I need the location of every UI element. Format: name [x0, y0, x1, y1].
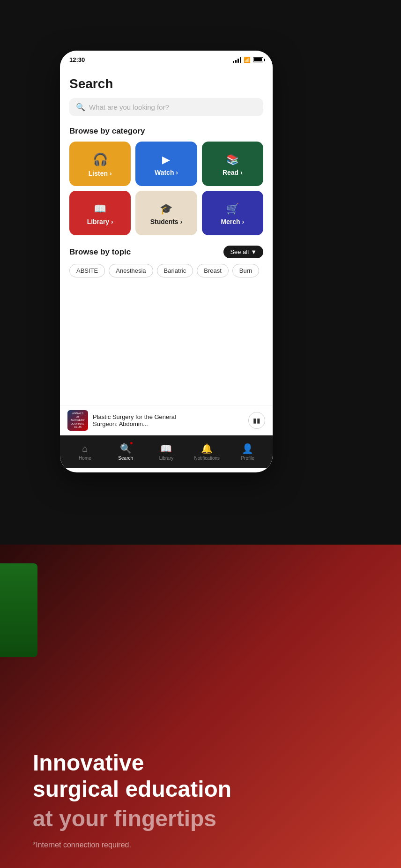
chip-absite[interactable]: ABSITE: [69, 264, 105, 277]
nav-label-library: Library: [159, 456, 174, 461]
nav-label-home: Home: [79, 456, 91, 461]
chip-anesthesia[interactable]: Anesthesia: [109, 264, 153, 277]
nav-item-notifications[interactable]: 🔔 Notifications: [193, 443, 221, 461]
nav-item-home[interactable]: ⌂ Home: [71, 443, 99, 461]
library-icon: 📖: [94, 203, 106, 215]
category-card-watch[interactable]: ▶ Watch ›: [135, 142, 197, 186]
read-label: Read ›: [223, 169, 243, 176]
page-title: Search: [69, 76, 263, 91]
library-label: Library ›: [87, 218, 113, 225]
np-left: ANNALSOFSURGERYJOURNALCLUB Plastic Surge…: [67, 410, 186, 431]
chip-breast[interactable]: Breast: [197, 264, 229, 277]
chip-bariatric[interactable]: Bariatric: [157, 264, 193, 277]
marketing-footnote: *Internet connection required.: [33, 841, 368, 849]
category-card-listen[interactable]: 🎧 Listen ›: [69, 142, 131, 186]
merch-icon: 🛒: [226, 203, 239, 215]
search-active-dot: [130, 442, 133, 444]
np-pause-button[interactable]: ▮▮: [248, 412, 265, 429]
profile-icon: 👤: [242, 443, 253, 454]
browse-topic-section: Browse by topic See all ▼ ABSITE Anesthe…: [69, 246, 263, 277]
students-icon: 🎓: [160, 203, 172, 215]
nav-label-search: Search: [118, 456, 133, 461]
nav-item-search[interactable]: 🔍 Search: [111, 443, 140, 461]
signal-icon: [233, 57, 241, 63]
watch-icon: ▶: [162, 154, 170, 166]
search-icon: 🔍: [76, 103, 85, 112]
status-bar: 12:30 📶: [60, 51, 273, 67]
np-thumbnail: ANNALSOFSURGERYJOURNALCLUB: [67, 410, 88, 431]
library-icon-wrap: 📖: [160, 443, 172, 454]
library-nav-icon: 📖: [160, 443, 172, 454]
nav-item-library[interactable]: 📖 Library: [152, 443, 180, 461]
marketing-line1: Innovative surgical education: [33, 750, 368, 801]
search-icon-wrap: 🔍: [120, 443, 132, 454]
see-all-button[interactable]: See all ▼: [223, 246, 263, 258]
now-playing-bar[interactable]: ANNALSOFSURGERYJOURNALCLUB Plastic Surge…: [60, 405, 273, 435]
category-card-library[interactable]: 📖 Library ›: [69, 191, 131, 235]
students-label: Students ›: [150, 218, 182, 225]
phone-frame: 12:30 📶 Search 🔍 What are you looking fo…: [60, 51, 273, 472]
search-nav-icon: 🔍: [120, 443, 132, 454]
listen-icon: 🎧: [93, 152, 108, 167]
category-card-read[interactable]: 📚 Read ›: [202, 142, 263, 186]
read-icon: 📚: [226, 154, 239, 166]
chip-burn[interactable]: Burn: [232, 264, 259, 277]
browse-category-title: Browse by category: [69, 127, 263, 136]
search-placeholder: What are you looking for?: [89, 103, 169, 111]
scroll-area: Search 🔍 What are you looking for? Brows…: [60, 67, 273, 435]
wifi-icon: 📶: [244, 57, 251, 63]
marketing-section: Innovative surgical education at your fi…: [0, 545, 401, 868]
nav-item-profile[interactable]: 👤 Profile: [234, 443, 262, 461]
notifications-icon-wrap: 🔔: [201, 443, 213, 454]
status-time: 12:30: [69, 56, 85, 63]
battery-icon: [253, 57, 263, 62]
status-icons: 📶: [233, 57, 263, 63]
chevron-down-icon: ▼: [251, 248, 257, 255]
home-icon: ⌂: [82, 443, 88, 454]
app-content: Search 🔍 What are you looking for? Brows…: [60, 67, 273, 468]
marketing-image: [0, 563, 37, 657]
category-grid: 🎧 Listen › ▶ Watch › 📚 Read › 📖 Library …: [69, 142, 263, 235]
nav-label-profile: Profile: [241, 456, 254, 461]
browse-topic-title: Browse by topic: [69, 247, 131, 257]
listen-label: Listen ›: [89, 170, 112, 177]
merch-label: Merch ›: [221, 218, 244, 225]
topic-chips: ABSITE Anesthesia Bariatric Breast Burn: [69, 264, 263, 277]
search-bar[interactable]: 🔍 What are you looking for?: [69, 98, 263, 116]
home-icon-wrap: ⌂: [82, 443, 88, 454]
category-card-students[interactable]: 🎓 Students ›: [135, 191, 197, 235]
see-all-label: See all: [230, 248, 249, 255]
watch-label: Watch ›: [155, 169, 178, 176]
topic-header: Browse by topic See all ▼: [69, 246, 263, 258]
notifications-icon: 🔔: [201, 443, 213, 454]
category-card-merch[interactable]: 🛒 Merch ›: [202, 191, 263, 235]
nav-label-notifications: Notifications: [194, 456, 220, 461]
profile-icon-wrap: 👤: [242, 443, 253, 454]
marketing-line3: at your fingertips: [33, 806, 368, 831]
np-title: Plastic Surgery for the General Surgeon:…: [93, 413, 186, 427]
bottom-nav: ⌂ Home 🔍 Search 📖 Library 🔔: [60, 435, 273, 468]
